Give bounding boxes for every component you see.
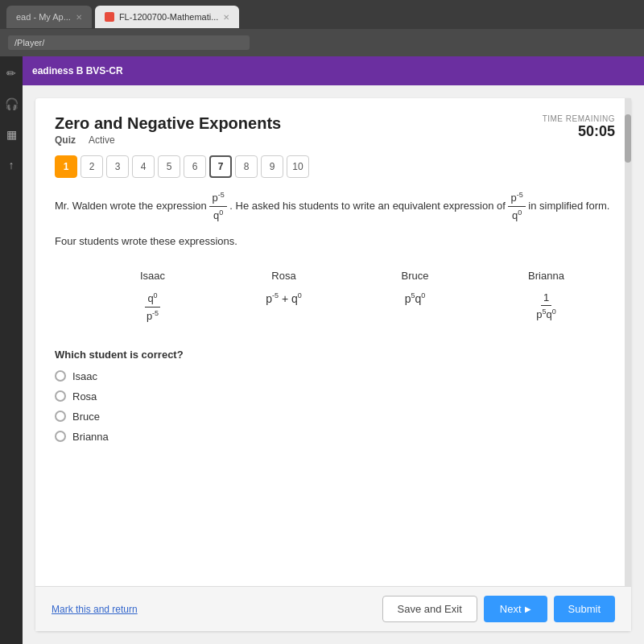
browser-chrome: ead - My Ap... ✕ FL-1200700-Mathemati...…: [0, 0, 644, 56]
brianna-expr: 1 p5q0: [487, 291, 605, 322]
radio-isaac[interactable]: [55, 370, 66, 382]
mark-return-link[interactable]: Mark this and return: [52, 604, 138, 615]
radio-brianna[interactable]: [55, 431, 66, 442]
calculator-icon[interactable]: ▦: [2, 126, 20, 143]
brianna-cell: Brianna 1 p5q0: [481, 263, 612, 329]
brianna-name: Brianna: [487, 270, 605, 282]
bruce-name: Bruce: [356, 270, 474, 282]
quiz-status-value: Active: [89, 134, 115, 146]
scrollbar[interactable]: [625, 98, 631, 586]
expression-inline: p-5q0: [209, 200, 229, 212]
main-content: TIME REMAINING 50:05 Zero and Negative E…: [23, 85, 644, 644]
option-rosa[interactable]: Rosa: [55, 390, 612, 402]
quiz-meta: Quiz Active: [55, 134, 612, 146]
question-text: Mr. Walden wrote the expression p-5q0 . …: [55, 191, 612, 222]
expressions-table: Isaac q0p-5 Rosa p-5 + q0 Bruce p5q0: [87, 263, 612, 329]
tab-2-label: FL-1200700-Mathemati...: [119, 12, 219, 22]
pencil-icon[interactable]: ✏: [2, 64, 20, 82]
q-btn-3[interactable]: 3: [106, 155, 129, 178]
isaac-expr: q0p-5: [93, 291, 212, 323]
q-btn-10[interactable]: 10: [287, 155, 309, 178]
tab-2-icon: [105, 12, 114, 22]
expression-inline-2: p-5q0: [508, 200, 528, 212]
arrow-up-icon[interactable]: ↑: [2, 156, 20, 174]
q-btn-7[interactable]: 7: [209, 155, 232, 178]
radio-rosa[interactable]: [55, 390, 66, 402]
tab-1[interactable]: ead - My Ap... ✕: [6, 6, 92, 28]
tab-1-close[interactable]: ✕: [76, 13, 82, 22]
app-name: eadiness B BVS-CR: [32, 65, 123, 76]
tab-2-close[interactable]: ✕: [223, 13, 229, 22]
option-brianna-label: Brianna: [72, 431, 109, 443]
bottom-buttons: Save and Exit Next Submit: [382, 596, 615, 622]
rosa-name: Rosa: [225, 270, 343, 282]
option-brianna[interactable]: Brianna: [55, 431, 612, 443]
option-isaac-label: Isaac: [72, 370, 97, 382]
q-btn-1[interactable]: 1: [55, 155, 77, 178]
address-bar: [0, 29, 644, 56]
sub-label: Four students wrote these expressions.: [55, 235, 612, 247]
option-bruce-label: Bruce: [72, 411, 100, 423]
which-student-label: Which student is correct?: [55, 349, 612, 361]
timer-value: 50:05: [543, 123, 615, 140]
tab-1-label: ead - My Ap...: [16, 12, 71, 22]
timer: TIME REMAINING 50:05: [543, 114, 615, 140]
app-header: eadiness B BVS-CR: [23, 56, 644, 85]
isaac-name: Isaac: [93, 270, 212, 282]
q-btn-8[interactable]: 8: [235, 155, 258, 178]
rosa-cell: Rosa p-5 + q0: [218, 263, 349, 329]
question-nav: 1 2 3 4 5 6 7 8 9 10: [55, 155, 612, 178]
quiz-title: Zero and Negative Exponents: [55, 114, 612, 133]
option-isaac[interactable]: Isaac: [55, 370, 612, 382]
bottom-bar: Mark this and return Save and Exit Next …: [35, 586, 631, 631]
q-btn-6[interactable]: 6: [184, 155, 206, 178]
option-bruce[interactable]: Bruce: [55, 411, 612, 423]
timer-label: TIME REMAINING: [543, 114, 615, 123]
radio-bruce[interactable]: [55, 411, 66, 422]
save-exit-button[interactable]: Save and Exit: [382, 596, 477, 622]
isaac-cell: Isaac q0p-5: [87, 263, 218, 329]
tab-bar: ead - My Ap... ✕ FL-1200700-Mathemati...…: [0, 0, 644, 29]
bruce-expr: p5q0: [356, 291, 474, 305]
scroll-thumb[interactable]: [625, 114, 631, 163]
q-btn-4[interactable]: 4: [132, 155, 155, 178]
address-input[interactable]: [8, 35, 250, 50]
quiz-container: TIME REMAINING 50:05 Zero and Negative E…: [35, 98, 631, 631]
tab-2[interactable]: FL-1200700-Mathemati... ✕: [95, 6, 240, 28]
submit-button[interactable]: Submit: [554, 596, 615, 622]
headphones-icon[interactable]: 🎧: [2, 95, 20, 113]
quiz-status-label: Quiz: [55, 134, 76, 146]
option-rosa-label: Rosa: [72, 390, 97, 402]
rosa-expr: p-5 + q0: [225, 291, 343, 305]
q-btn-2[interactable]: 2: [80, 155, 103, 178]
q-btn-9[interactable]: 9: [261, 155, 283, 178]
next-button[interactable]: Next: [484, 596, 547, 622]
q-btn-5[interactable]: 5: [158, 155, 180, 178]
bruce-cell: Bruce p5q0: [349, 263, 481, 329]
left-sidebar: ✏ 🎧 ▦ ↑: [0, 56, 23, 644]
